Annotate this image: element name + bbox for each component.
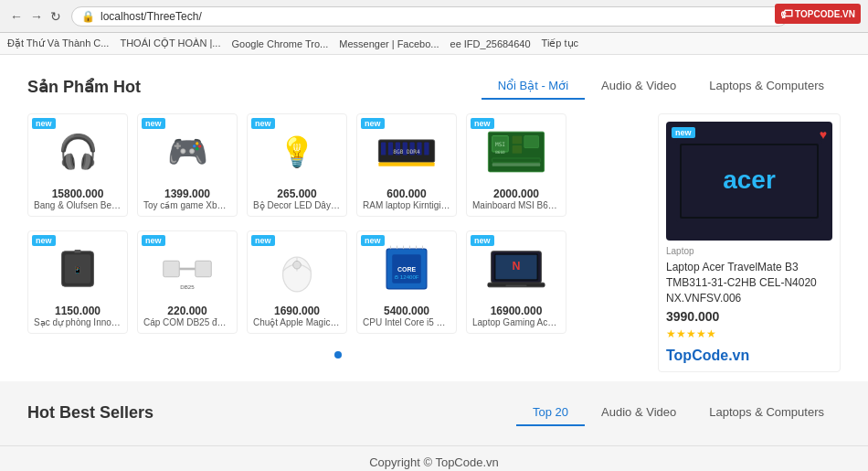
product-card-cpu[interactable]: new CORE i5 12400F [356, 230, 457, 334]
mouse-svg [265, 241, 329, 296]
product-price-8: 1690.000 [253, 305, 341, 317]
product-price-4: 600.000 [363, 187, 450, 200]
svg-rect-2 [388, 143, 393, 155]
bookmark-item-4[interactable]: Messenger | Facebo... [339, 38, 439, 49]
copyright-text: Copyright © TopCode.vn [369, 455, 499, 469]
svg-rect-12 [513, 136, 523, 145]
svg-point-29 [293, 261, 302, 269]
product-image-cable: DB25 [143, 237, 231, 301]
svg-rect-7 [424, 143, 429, 155]
logo-icon: 🏷 [780, 6, 793, 21]
product-card-laptop-gaming[interactable]: new N 16900.000 Lap [466, 230, 566, 334]
product-card-cable[interactable]: new DB25 220.000 Cáp COM DB25 đực sang [137, 230, 238, 334]
featured-heart-icon[interactable]: ♥ [820, 127, 827, 142]
new-badge: new [361, 118, 385, 129]
svg-text:i5 12400F: i5 12400F [394, 273, 418, 280]
bookmark-item-1[interactable]: Đặt Thứ Và Thành C... [7, 37, 109, 49]
product-image-powerbank: 📱 [34, 237, 122, 301]
back-button[interactable]: ← [7, 9, 26, 24]
svg-rect-8 [378, 162, 434, 166]
product-name-5: Mainboard MSI B660 Morto [472, 200, 560, 210]
hbs-tab-audio[interactable]: Audio & Video [585, 400, 693, 426]
tab-laptops-computers[interactable]: Laptops & Computers [693, 73, 841, 100]
url-text: localhost/ThreeTech/ [101, 10, 202, 23]
hbs-title: Hot Best Sellers [27, 403, 153, 423]
ram-svg: 8GB DDR4 [375, 124, 439, 179]
product-image-headphone: 🎧 [34, 120, 122, 184]
product-price-3: 265.000 [253, 187, 341, 200]
dot-indicator [27, 348, 649, 361]
product-image-laptop-gaming: N [472, 237, 560, 301]
product-name-3: Bộ Decor LED Dây RGB Đi [253, 200, 341, 210]
new-badge: new [142, 118, 165, 129]
products-grid: new 🎧 15800.000 Bang & Olufsen Beoplay H… [27, 113, 649, 372]
copyright-footer: Copyright © TopCode.vn [0, 445, 868, 471]
featured-price: 3990.000 [666, 309, 832, 324]
cpu-svg: CORE i5 12400F [375, 241, 439, 296]
hbs-tab-top20[interactable]: Top 20 [516, 400, 585, 426]
product-price-5: 2000.000 [472, 187, 560, 200]
reload-button[interactable]: ↻ [48, 9, 64, 24]
product-image-led: 💡 [253, 120, 341, 184]
product-name-1: Bang & Olufsen Beoplay H [34, 200, 122, 210]
hot-products-title: Sản Phẩm Hot [27, 77, 141, 97]
svg-text:MSI: MSI [495, 141, 505, 147]
product-card-led[interactable]: new 💡 265.000 Bộ Decor LED Dây RGB Đi [247, 113, 347, 217]
product-card-controller[interactable]: new 🎮 1399.000 Toy cầm game Xbox One [137, 113, 238, 217]
product-card-motherboard[interactable]: new MSI B660 [466, 113, 566, 217]
address-bar[interactable]: 🔒 localhost/ThreeTech/ [71, 6, 789, 27]
hbs-tabs: Top 20 Audio & Video Laptops & Computers [516, 400, 841, 426]
new-badge: new [471, 118, 494, 129]
product-name-8: Chuột Apple Magic Mous [253, 317, 341, 327]
lock-icon: 🔒 [81, 10, 95, 23]
topcode-logo: 🏷 TOPCODE.VN [775, 4, 861, 24]
featured-title: Laptop Acer TravelMate B3 TMB311-31-C2HB… [666, 260, 832, 305]
product-image-motherboard: MSI B660 [472, 120, 560, 184]
svg-text:📱: 📱 [73, 265, 82, 274]
product-image-ram: 8GB DDR4 [363, 120, 450, 184]
svg-rect-22 [75, 250, 81, 253]
product-price-6: 1150.000 [34, 305, 122, 317]
bookmark-item-3[interactable]: Google Chrome Tro... [231, 38, 328, 49]
tab-noi-bat[interactable]: Nổi Bật - Mới [482, 73, 585, 100]
featured-stars: ★★★★★ [666, 327, 832, 340]
browser-bar: ← → ↻ 🔒 localhost/ThreeTech/ ☆ 🧩 👤 ⋮ 🏷 T… [0, 0, 868, 33]
product-name-10: Laptop Gaming Acer Nitro [472, 317, 560, 327]
featured-product-image[interactable]: new ♥ acer [666, 122, 832, 241]
featured-brand: TopCode.vn [666, 348, 832, 364]
product-card-ram[interactable]: new [356, 113, 457, 217]
product-card-powerbank[interactable]: new 📱 1150.000 Sạc dự phòng Innostyle [27, 230, 128, 334]
svg-rect-25 [196, 261, 212, 277]
svg-rect-14 [524, 136, 539, 148]
svg-rect-13 [513, 145, 523, 154]
tab-audio-video[interactable]: Audio & Video [585, 73, 693, 100]
product-price-1: 15800.000 [34, 187, 122, 200]
svg-text:N: N [513, 260, 521, 273]
bookmark-item-5[interactable]: ee IFD_25684640 [450, 38, 531, 49]
bookmark-item-6[interactable]: Tiếp tục [542, 37, 579, 49]
new-badge: new [251, 235, 275, 246]
product-card-headphone[interactable]: new 🎧 15800.000 Bang & Olufsen Beoplay H [27, 113, 128, 217]
new-badge: new [32, 235, 56, 246]
hot-products-section: Sản Phẩm Hot Nổi Bật - Mới Audio & Video… [0, 55, 868, 381]
svg-text:B660: B660 [495, 150, 505, 155]
new-badge: new [471, 235, 494, 246]
product-image-cpu: CORE i5 12400F [363, 237, 450, 301]
product-card-mouse[interactable]: new 1690.000 Chuột Apple Magic Mous [247, 230, 347, 334]
product-image-controller: 🎮 [143, 120, 231, 184]
product-price-9: 5400.000 [363, 305, 450, 317]
new-badge: new [142, 235, 165, 246]
product-name-4: RAM laptop Kirntigio 8GB I [363, 200, 450, 210]
product-image-mouse [253, 237, 341, 301]
product-name-2: Toy cầm game Xbox One [143, 200, 231, 210]
bookmarks-bar: Đặt Thứ Và Thành C... THOÁI CỘT HOÀN |..… [0, 33, 868, 55]
main-content: Sản Phẩm Hot Nổi Bật - Mới Audio & Video… [0, 55, 868, 471]
hbs-tab-laptops[interactable]: Laptops & Computers [693, 400, 841, 426]
bookmark-item-2[interactable]: THOÁI CỘT HOÀN |... [120, 37, 220, 49]
pagination-dot[interactable] [334, 351, 342, 359]
svg-text:8GB DDR4: 8GB DDR4 [393, 148, 420, 155]
laptop-gaming-svg: N [484, 241, 548, 296]
forward-button[interactable]: → [27, 9, 46, 24]
product-price-2: 1399.000 [143, 187, 231, 200]
led-icon: 💡 [279, 134, 315, 169]
